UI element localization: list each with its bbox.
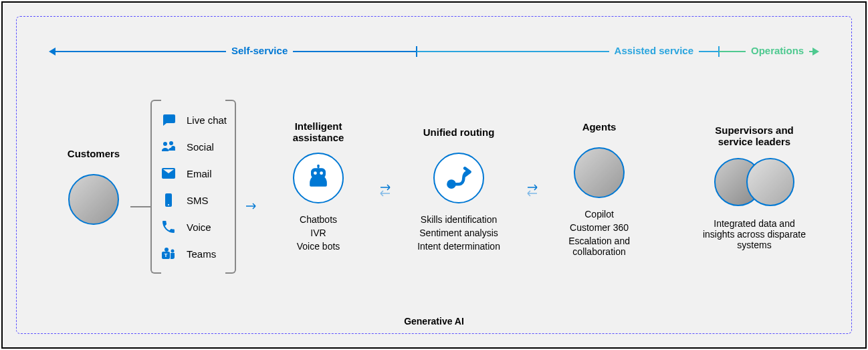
diagram-dashed-border: Self-service Assisted service Operations…	[16, 16, 852, 334]
item: Skills identification	[417, 214, 500, 225]
routing-circle	[433, 153, 484, 203]
customers-column: Customers	[57, 141, 130, 233]
social-icon	[160, 139, 177, 155]
agents-column: Agents Copilot Customer 360 Escalation a…	[549, 114, 649, 260]
channel-email: Email	[160, 160, 227, 187]
diagram-content: Customers Live chat Social Email	[57, 74, 811, 300]
item: Chatbots	[297, 214, 340, 225]
customer-avatar	[68, 174, 119, 225]
routing-title: Unified routing	[423, 119, 495, 145]
arrow-left-icon	[49, 48, 56, 56]
agent-avatar	[574, 147, 625, 198]
routing-icon	[444, 163, 473, 193]
bidirectional-arrows	[516, 181, 549, 199]
agents-items: Copilot Customer 360 Escalation and coll…	[549, 206, 649, 260]
assisted-service-bar: Assisted service	[417, 51, 719, 52]
channel-live-chat: Live chat	[160, 106, 227, 133]
item: Voice bots	[297, 241, 340, 252]
intelligent-assistance-column: Intelligent assistance Chatbots IVR Voic…	[268, 119, 368, 254]
item: Sentiment analysis	[417, 228, 500, 238]
supervisor-avatars	[714, 157, 794, 210]
item: Escalation and collaboration	[549, 236, 649, 257]
item: Customer 360	[549, 222, 649, 233]
svg-point-6	[171, 250, 175, 253]
routing-items: Skills identification Sentiment analysis…	[417, 211, 500, 254]
supervisors-description: Integrated data and insights across disp…	[697, 218, 811, 250]
assisted-service-label: Assisted service	[609, 45, 699, 56]
sms-icon	[160, 192, 177, 208]
intelligent-title: Intelligent assistance	[268, 119, 368, 145]
teams-icon: T	[160, 246, 177, 262]
channel-label: SMS	[187, 195, 209, 206]
channels-list: Live chat Social Email SMS Voice	[150, 100, 236, 274]
channel-voice: Voice	[160, 213, 227, 240]
arrow-right-icon	[812, 48, 819, 56]
intelligent-items: Chatbots IVR Voice bots	[297, 211, 340, 254]
self-service-bar: Self-service	[56, 51, 417, 52]
channel-label: Social	[187, 141, 214, 153]
voice-icon	[160, 219, 177, 235]
channel-teams: T Teams	[160, 240, 227, 267]
svg-point-11	[320, 171, 323, 175]
item: Intent determination	[417, 241, 500, 252]
supervisors-title: Supervisors and service leaders	[697, 123, 811, 149]
channel-social: Social	[160, 133, 227, 160]
generative-ai-label: Generative AI	[397, 316, 471, 327]
svg-point-0	[163, 142, 167, 146]
channel-label: Live chat	[187, 114, 227, 126]
svg-point-1	[169, 141, 173, 145]
unified-routing-column: Unified routing Skills identification Se…	[402, 119, 516, 254]
svg-point-10	[314, 171, 317, 175]
channel-label: Email	[187, 168, 212, 179]
line-connector	[130, 206, 150, 207]
svg-point-5	[165, 248, 169, 252]
channel-label: Teams	[187, 248, 216, 260]
channel-sms: SMS	[160, 187, 227, 213]
top-service-bar: Self-service Assisted service Operations	[56, 43, 812, 60]
operations-label: Operations	[746, 45, 809, 56]
bidirectional-arrows	[368, 181, 402, 199]
bot-circle	[293, 153, 344, 203]
svg-point-4	[168, 204, 169, 205]
channel-label: Voice	[187, 222, 211, 233]
bot-icon	[304, 163, 333, 193]
item: Copilot	[549, 209, 649, 220]
supervisor-avatar	[746, 158, 794, 206]
self-service-label: Self-service	[226, 45, 293, 56]
item: IVR	[297, 228, 340, 238]
customers-title: Customers	[68, 141, 120, 166]
operations-bar: Operations	[719, 51, 812, 52]
arrow-right-icon	[236, 201, 268, 213]
diagram-outer-border: Self-service Assisted service Operations…	[1, 1, 867, 349]
supervisors-column: Supervisors and service leaders Integrat…	[697, 123, 811, 250]
svg-text:T: T	[165, 252, 168, 258]
email-icon	[160, 165, 177, 181]
agents-title: Agents	[582, 114, 617, 139]
chat-icon	[160, 112, 177, 128]
